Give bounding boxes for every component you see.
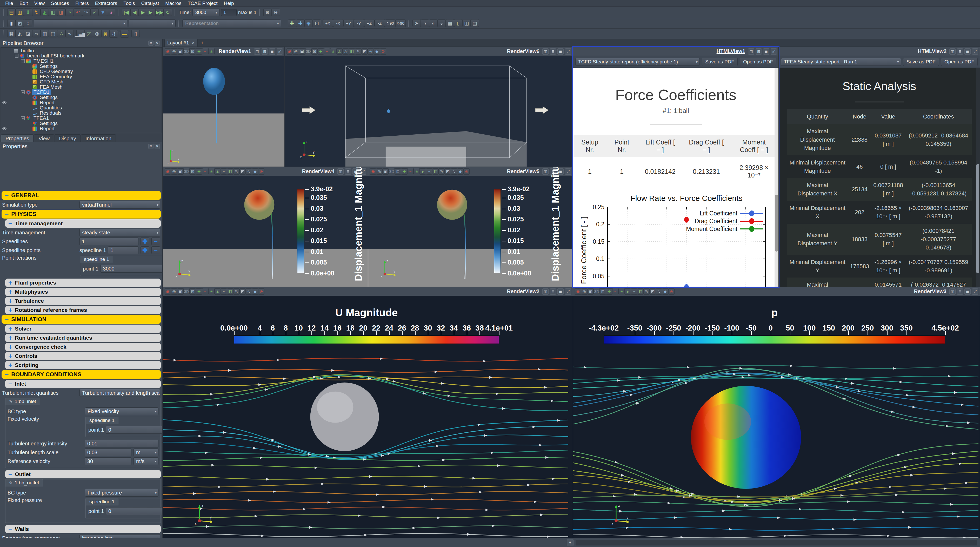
detach-button[interactable]: ⤢ [277, 48, 283, 54]
select-surface-icon[interactable]: ◭ [215, 289, 221, 295]
close-layout-icon[interactable]: ✕ [191, 40, 195, 45]
split-horizontal-button[interactable]: ◫ [748, 48, 754, 54]
connect-icon[interactable]: ◧ [49, 8, 57, 16]
filter-icon[interactable]: ◭ [41, 8, 49, 16]
expand-icon[interactable]: + [8, 280, 12, 285]
split-vertical-button[interactable]: ⊟ [756, 48, 762, 54]
zoom-out-icon[interactable]: ⊖ [272, 9, 280, 16]
split-vertical-button[interactable]: ⊟ [550, 48, 556, 54]
render-viewport[interactable]: p-4.3e+02-350-300-250-200-150-100-500501… [573, 296, 980, 537]
hover-points-icon[interactable]: ◧ [227, 168, 233, 175]
screenshot-icon[interactable]: ◎ [171, 289, 177, 295]
open-as-pdf-button[interactable]: Open as PDF [941, 58, 978, 66]
grow-selection-icon[interactable]: ∿ [368, 48, 374, 54]
set-view-minus-y-button[interactable]: -Y [354, 19, 364, 27]
turbulent-length-scale-unit-select[interactable]: m [134, 448, 158, 456]
camera-icon[interactable]: ◉ [165, 48, 171, 54]
section-header-convergence-check[interactable]: +Convergence check [5, 343, 161, 351]
pipeline-item-fea-mesh[interactable]: FEA Mesh [1, 85, 162, 90]
toolbar-handle[interactable] [3, 20, 5, 27]
pipeline-item-report[interactable]: Report [1, 100, 162, 105]
spreadsheet-icon[interactable]: ▯ [131, 30, 140, 37]
stream-tracer-icon[interactable]: ∿ [65, 30, 74, 37]
split-vertical-button[interactable]: ⊟ [957, 289, 963, 295]
calculator-icon[interactable]: ▦ [7, 30, 16, 37]
interactive-select-icon[interactable]: △ [221, 289, 227, 295]
menu-view[interactable]: View [32, 0, 47, 6]
tab-information[interactable]: Information [81, 134, 116, 142]
collapse-icon[interactable]: − [8, 526, 12, 532]
representation-select[interactable]: Representation [182, 19, 281, 27]
select-cells-on-icon[interactable]: ✚ [318, 48, 324, 54]
layers-icon[interactable]: ▤ [471, 19, 479, 27]
toolbar-handle[interactable] [3, 30, 5, 37]
screenshot-icon[interactable]: ◎ [171, 168, 177, 175]
section-header-general[interactable]: −GENERAL [2, 191, 161, 200]
section-header-physics[interactable]: −PHYSICS [2, 210, 161, 218]
remove-item-button[interactable]: − [151, 246, 160, 254]
select-frustum-icon[interactable]: ± [208, 288, 215, 294]
menu-extractors[interactable]: Extractors [92, 0, 120, 6]
add-item-button[interactable]: ✚ [140, 246, 150, 254]
maximize-button[interactable]: ◼ [964, 289, 970, 295]
section-header-run-time-evaluated-quantities[interactable]: +Run time evaluated quantities [5, 334, 161, 342]
clear-selection-icon[interactable]: ⊘ [380, 48, 386, 54]
camera-undo-icon[interactable]: ◒ [438, 19, 446, 27]
section-header-simulation[interactable]: −SIMULATION [2, 315, 161, 324]
render-view-3[interactable]: ◉◎▣3D⊡✚−±◭△◧✎◩∿◆⊘ RenderView3 ◫ ⊟ ◼ ⤢ p-… [573, 287, 980, 538]
hover-cells-icon[interactable]: ✎ [643, 289, 650, 295]
zoom-box-icon[interactable]: ⊡ [189, 48, 196, 54]
time-management-select[interactable]: steady state [80, 229, 160, 236]
reset-camera-icon[interactable]: ✚ [288, 19, 296, 27]
split-horizontal-button[interactable]: ◫ [949, 289, 956, 295]
section-header-multiphysics[interactable]: +Multiphysics [5, 288, 161, 296]
select-blocks-icon[interactable]: ◩ [650, 289, 656, 295]
interactive-select-icon[interactable]: △ [343, 48, 349, 54]
camera-icon[interactable]: ◉ [165, 168, 171, 175]
split-vertical-button[interactable]: ⊟ [345, 168, 351, 175]
section-header-rotational-reference-frames[interactable]: +Rotational reference frames [5, 306, 161, 314]
shrink-selection-icon[interactable]: ◆ [662, 289, 668, 295]
pipeline-item-tfea1[interactable]: −TFEA1 [1, 116, 162, 121]
capture-icon[interactable]: ▣ [177, 48, 183, 54]
render-viewport[interactable]: zyx [285, 56, 573, 167]
pipeline-item-settings[interactable]: Settings [1, 121, 162, 126]
section-header-boundary-conditions[interactable]: −BOUNDARY CONDITIONS [2, 370, 161, 379]
select-blocks-icon[interactable]: ◩ [239, 168, 246, 175]
expand-icon[interactable]: + [8, 289, 12, 294]
point-iterations-value-input[interactable] [100, 265, 162, 273]
select-cells-on-icon[interactable]: ✚ [401, 168, 407, 175]
zoom-closest-icon[interactable]: ◉ [304, 19, 313, 27]
maximize-button[interactable]: ◼ [557, 289, 564, 295]
section-header-controls[interactable]: +Controls [5, 352, 161, 360]
select-points-on-icon[interactable]: − [202, 288, 208, 294]
shrink-selection-icon[interactable]: ◆ [374, 48, 380, 54]
hover-cells-icon[interactable]: ✎ [355, 48, 361, 54]
select-cells-on-icon[interactable]: ✚ [196, 48, 202, 54]
glyph-icon[interactable]: ∴ [57, 30, 65, 37]
render-viewport[interactable]: zyx [163, 56, 285, 167]
shrink-selection-icon[interactable]: ◆ [252, 168, 258, 175]
detach-button[interactable]: ⤢ [565, 48, 571, 54]
hover-points-icon[interactable]: ◧ [637, 289, 643, 295]
pipeline-item-cfd-geometry[interactable]: CFD Geometry [1, 69, 162, 74]
speedlines-input[interactable] [80, 238, 138, 245]
first-frame-button[interactable]: |◀ [122, 9, 130, 16]
last-frame-button[interactable]: ▶▶ [155, 9, 164, 16]
select-surface-icon[interactable]: ◭ [215, 168, 221, 175]
clip-icon[interactable]: ◪ [24, 30, 32, 37]
add-layout-tab[interactable]: + [198, 39, 206, 46]
menu-help[interactable]: Help [221, 0, 237, 6]
split-horizontal-button[interactable]: ◫ [949, 48, 956, 54]
section-header-solver[interactable]: +Solver [5, 325, 161, 333]
hover-cells-icon[interactable]: ✎ [438, 168, 445, 175]
zoom-box-icon[interactable]: ⊡ [312, 48, 318, 54]
pipeline-item-beam-ball-fsi-benchmark[interactable]: −beam-ball-FSI-benchmark [1, 53, 162, 59]
menu-tcae-project[interactable]: TCAE Project [185, 0, 220, 6]
render-viewport[interactable]: 3.9e-020.0350.030.0250.020.0150.010.0050… [368, 176, 573, 287]
section-header-inlet[interactable]: −Inlet [5, 380, 161, 388]
pipeline-item-tmesh1[interactable]: −TMESH1 [1, 59, 162, 64]
maximize-button[interactable]: ◼ [964, 48, 970, 54]
slice-icon[interactable]: ▱ [32, 30, 41, 37]
collapse-icon[interactable]: − [8, 221, 12, 226]
